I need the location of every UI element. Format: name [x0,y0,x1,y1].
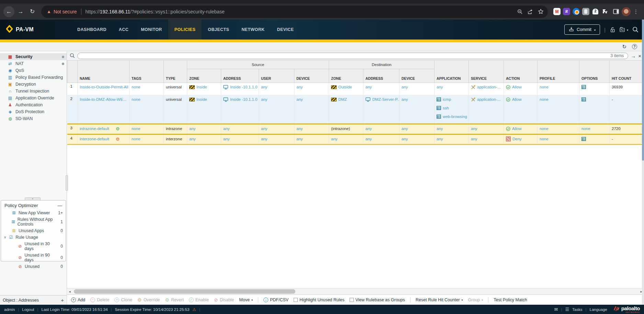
disable-button[interactable]: ⊘Disable [214,297,234,302]
tab-acc[interactable]: ACC [113,20,135,40]
override-button[interactable]: ⚙Override [137,297,160,302]
cell-link[interactable]: any [261,137,268,141]
ghost-extension-icon[interactable]: 2 [592,8,599,15]
cell-link[interactable]: Inside [196,85,207,89]
group-button[interactable]: Group▾ [468,297,483,302]
browser-reload-icon[interactable]: ↻ [27,6,38,17]
share-icon[interactable] [525,7,535,17]
cell-link[interactable]: any [223,137,230,141]
browser-back-icon[interactable]: ← [3,6,14,17]
highlight-unused-rules-checkbox[interactable]: Highlight Unused Rules [294,297,344,302]
scroll-left-icon[interactable]: ◂ [67,290,72,293]
vertical-scrollbar[interactable] [642,20,644,305]
cell-link[interactable]: none [540,127,549,131]
extensions-puzzle-icon[interactable] [600,7,610,17]
vertical-scrollbar-thumb[interactable] [642,20,644,161]
optimizer-item-unused-in-90-days[interactable]: ⊘Unused in 90 days0 [1,252,66,263]
cell-link[interactable]: any [437,137,443,141]
cell-link[interactable]: Allow [512,127,521,131]
tasks-label[interactable]: Tasks [572,307,582,312]
view-rulebase-as-groups-checkbox[interactable]: View Rulebase as Groups [350,297,405,302]
cell-link[interactable]: any [189,137,196,141]
tasks-icon[interactable]: ☰ [565,307,569,312]
column-header-type[interactable]: TYPE [164,61,187,83]
zoom-page-icon[interactable] [515,7,525,17]
column-header-source-device[interactable]: DEVICE [294,69,329,83]
add-button[interactable]: +Add [71,297,85,302]
cell-link[interactable]: any [402,97,408,101]
rule-number[interactable]: 2 [67,95,78,124]
object-selector[interactable]: Object : Addresses + [0,295,67,305]
chevron-down-icon[interactable]: ∨ [4,235,6,239]
column-header-application[interactable]: APPLICATION [434,61,469,83]
cell-link[interactable]: none [132,127,140,131]
messages-icon[interactable]: ✉ [554,307,558,312]
enable-button[interactable]: ✓Enable [189,297,209,302]
language-link[interactable]: Language [590,307,607,312]
optimizer-item-rules-without-app-controls[interactable]: ⊞Rules Without App Controls1 [1,216,66,227]
column-header-source-address[interactable]: ADDRESS [221,69,259,83]
cell-link[interactable]: any [402,127,408,131]
browser-profile-avatar[interactable] [622,7,631,16]
address-bar[interactable]: ▲ Not secure https://192.168.86.11/?#pol… [41,6,548,18]
delete-button[interactable]: −Delete [90,297,109,302]
rule-number[interactable]: 1 [67,83,78,95]
column-header-destination-zone[interactable]: ZONE [329,69,363,83]
optimizer-item-new-app-viewer[interactable]: ⊞New App Viewer1+ [1,209,66,216]
browser-forward-icon[interactable]: → [15,6,26,17]
sidebar-item-decryption[interactable]: ▣Decryption [0,81,67,88]
apply-filter-arrow-icon[interactable]: → [631,53,636,58]
table-row[interactable]: 4interzone-default⚙noneinterzoneanyanyan… [67,134,644,144]
column-header-action[interactable]: ACTION [504,61,538,83]
cell-link[interactable]: Inside-to-Outside-Permit-All [80,85,128,89]
column-header-source-user[interactable]: USER [259,69,294,83]
cell-link[interactable]: Allow [512,97,521,101]
reset-rule-hit-counter-button[interactable]: Reset Rule Hit Counter▾ [416,297,463,302]
clone-button[interactable]: +Clone [114,297,132,302]
tab-device[interactable]: DEVICE [271,20,300,40]
cell-link[interactable]: any [261,97,268,101]
cell-link[interactable]: any [189,127,196,131]
cell-link[interactable]: Allow [512,85,521,89]
tab-network[interactable]: NETWORK [235,20,271,40]
tab-monitor[interactable]: MONITOR [135,20,168,40]
sidebar-item-qos[interactable]: ◉QoS [0,67,67,74]
cell-link[interactable]: Inside [196,97,207,101]
optimizer-item-unused[interactable]: ⊘Unused0 [1,263,66,270]
gray-card-extension-icon[interactable] [582,8,589,15]
tab-policies[interactable]: POLICIES [168,20,202,40]
config-audit-icon[interactable]: ▾ [620,27,628,32]
sidebar-item-application-override[interactable]: ▤Application Override [0,95,67,101]
cell-link[interactable]: any [296,137,303,141]
cell-link[interactable]: any [331,137,338,141]
optimizer-item-unused-apps[interactable]: ⊞Unused Apps0 [1,227,66,234]
add-object-icon[interactable]: + [61,297,64,303]
logout-link[interactable]: Logout [22,307,34,312]
cell-link[interactable]: any [365,137,372,141]
group-header-source[interactable]: Source [187,61,329,69]
cell-link[interactable]: none [540,97,549,101]
cell-link[interactable]: Inside-to-DMZ-Allow-WE... [80,97,126,101]
cell-link[interactable]: any [471,127,477,131]
cell-link[interactable]: any [365,127,372,131]
group-header-destination[interactable]: Destination [329,61,434,69]
r-extension-icon[interactable]: R [563,8,570,15]
cell-link[interactable]: Outside [338,85,352,89]
cell-link[interactable]: Inside -10.1.1.0 [230,85,257,89]
cell-link[interactable]: any [296,85,303,89]
tab-dashboard[interactable]: DASHBOARD [71,20,113,40]
pdf-csv-button[interactable]: ↓PDF/CSV [263,297,289,302]
horizontal-scrollbar[interactable]: ◂ ▸ [67,288,644,294]
optimizer-item-unused-in-30-days[interactable]: ⊘Unused in 30 days0 [1,240,66,252]
cell-link[interactable]: any [402,137,408,141]
rule-number[interactable]: 4 [67,134,78,144]
sidebar-item-sd-wan[interactable]: ◍SD-WAN [0,115,67,122]
revert-button[interactable]: ⚙Revert [165,297,184,302]
optimizer-item-rule-usage[interactable]: ∨☑Rule Usage [1,234,66,240]
column-header-profile[interactable]: PROFILE [538,61,579,83]
sidebar-item-nat[interactable]: ⇄NAT [0,60,67,67]
table-row[interactable]: 1Inside-to-Outside-Permit-Allnoneunivers… [67,83,644,95]
bookmark-star-icon[interactable] [535,7,546,17]
column-header-source-zone[interactable]: ZONE [187,69,221,83]
column-header-hit-count[interactable]: HIT COUNT [610,61,644,83]
